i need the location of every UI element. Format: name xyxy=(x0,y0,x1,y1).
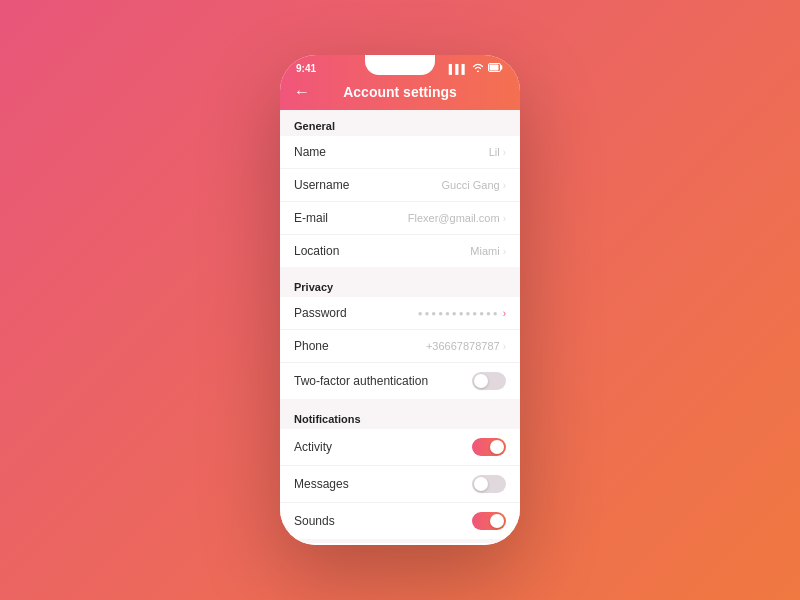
messages-label: Messages xyxy=(294,477,349,491)
content-area: General Name Lil › Username Gucci Gang ›… xyxy=(280,110,520,545)
phone-value-wrap: +36667878787 › xyxy=(426,340,506,352)
row-sounds[interactable]: Sounds xyxy=(280,503,520,539)
location-arrow: › xyxy=(503,246,506,257)
status-bar: 9:41 ▌▌▌ xyxy=(280,55,520,78)
section-label-privacy: Privacy xyxy=(280,271,520,297)
section-label-notifications: Notifications xyxy=(280,403,520,429)
phone-value: +36667878787 xyxy=(426,340,500,352)
username-label: Username xyxy=(294,178,349,192)
email-value: Flexer@gmail.com xyxy=(408,212,500,224)
back-button[interactable]: ← xyxy=(294,83,310,101)
name-value-wrap: Lil › xyxy=(489,146,506,158)
activity-label: Activity xyxy=(294,440,332,454)
messages-knob xyxy=(474,477,488,491)
activity-knob xyxy=(490,440,504,454)
location-value: Miami xyxy=(470,245,499,257)
email-value-wrap: Flexer@gmail.com › xyxy=(408,212,506,224)
name-label: Name xyxy=(294,145,326,159)
password-value-wrap: ●●●●●●●●●●●● › xyxy=(418,308,506,319)
username-value-wrap: Gucci Gang › xyxy=(442,179,506,191)
privacy-group: Password ●●●●●●●●●●●● › Phone +366678787… xyxy=(280,297,520,399)
name-value: Lil xyxy=(489,146,500,158)
location-value-wrap: Miami › xyxy=(470,245,506,257)
page-title: Account settings xyxy=(343,84,457,100)
sounds-knob xyxy=(490,514,504,528)
row-username[interactable]: Username Gucci Gang › xyxy=(280,169,520,202)
row-phone[interactable]: Phone +36667878787 › xyxy=(280,330,520,363)
phone-arrow: › xyxy=(503,341,506,352)
status-time: 9:41 xyxy=(296,63,316,74)
email-arrow: › xyxy=(503,213,506,224)
password-arrow: › xyxy=(503,308,506,319)
header: ← Account settings xyxy=(280,78,520,110)
two-factor-toggle[interactable] xyxy=(472,372,506,390)
row-two-factor[interactable]: Two-factor authentication xyxy=(280,363,520,399)
row-activity[interactable]: Activity xyxy=(280,429,520,466)
phone-label: Phone xyxy=(294,339,329,353)
row-messages[interactable]: Messages xyxy=(280,466,520,503)
messages-toggle[interactable] xyxy=(472,475,506,493)
section-label-general: General xyxy=(280,110,520,136)
name-arrow: › xyxy=(503,147,506,158)
row-password[interactable]: Password ●●●●●●●●●●●● › xyxy=(280,297,520,330)
signal-icon: ▌▌▌ xyxy=(449,64,468,74)
notifications-group: Activity Messages Sounds xyxy=(280,429,520,539)
battery-icon xyxy=(488,63,504,74)
wifi-icon xyxy=(472,63,484,74)
delete-row[interactable]: Delete account xyxy=(280,543,520,545)
row-location[interactable]: Location Miami › xyxy=(280,235,520,267)
username-value: Gucci Gang xyxy=(442,179,500,191)
sounds-label: Sounds xyxy=(294,514,335,528)
password-label: Password xyxy=(294,306,347,320)
activity-toggle[interactable] xyxy=(472,438,506,456)
row-name[interactable]: Name Lil › xyxy=(280,136,520,169)
two-factor-knob xyxy=(474,374,488,388)
password-dots: ●●●●●●●●●●●● xyxy=(418,309,500,318)
general-group: Name Lil › Username Gucci Gang › E-mail … xyxy=(280,136,520,267)
phone-frame: 9:41 ▌▌▌ ← Account settings xyxy=(280,55,520,545)
sounds-toggle[interactable] xyxy=(472,512,506,530)
svg-rect-1 xyxy=(490,65,499,71)
status-icons: ▌▌▌ xyxy=(449,63,504,74)
username-arrow: › xyxy=(503,180,506,191)
two-factor-label: Two-factor authentication xyxy=(294,374,428,388)
location-label: Location xyxy=(294,244,339,258)
email-label: E-mail xyxy=(294,211,328,225)
row-email[interactable]: E-mail Flexer@gmail.com › xyxy=(280,202,520,235)
